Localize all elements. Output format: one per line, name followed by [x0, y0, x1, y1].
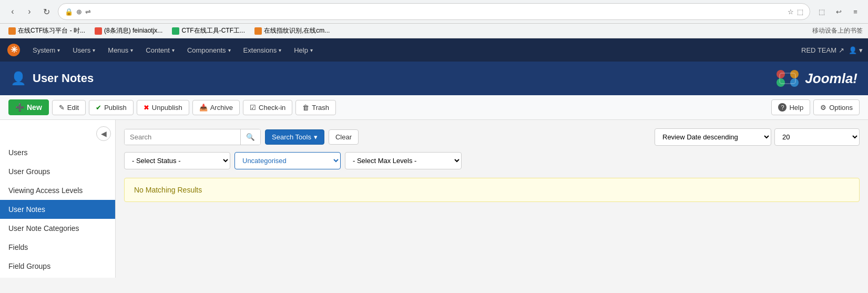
help-button[interactable]: ? Help: [771, 99, 810, 115]
options-button[interactable]: ⚙ Options: [813, 99, 860, 115]
bookmark-icon: [95, 27, 102, 35]
sidebar-item-user-notes[interactable]: User Notes: [0, 200, 115, 219]
bookmark-label: 在线指纹识别,在线cm...: [264, 26, 330, 35]
nav-extensions[interactable]: Extensions ▾: [237, 38, 288, 62]
bookmark-ctf-platform[interactable]: 在线CTF练习平台 - 时...: [5, 25, 88, 36]
search-icon: 🔍: [246, 133, 255, 141]
checkin-button[interactable]: ☑ Check-in: [243, 100, 292, 115]
svg-point-4: [777, 78, 785, 87]
sidebar-item-user-groups[interactable]: User Groups: [0, 162, 115, 181]
toolbar: ➕ New ✎ Edit ✔ Publish ✖ Unpublish 📥 Arc…: [0, 95, 868, 120]
page-title: User Notes: [33, 72, 94, 85]
new-label: New: [27, 103, 42, 112]
help-icon: ?: [778, 103, 787, 112]
nav-extensions-label: Extensions: [243, 46, 277, 54]
edit-button[interactable]: ✎ Edit: [52, 100, 86, 115]
sidebar: ◀ Users User Groups Viewing Access Level…: [0, 120, 116, 278]
address-bar: 🔒 ⊕ ⇌ lawd19-b22.aqlab.cn/administrator/…: [58, 3, 810, 20]
search-submit-button[interactable]: 🔍: [240, 129, 260, 145]
nav-users-arrow: ▾: [93, 47, 95, 53]
bookmark-icon: [254, 27, 262, 35]
nav-team-label: RED TEAM: [801, 46, 836, 54]
screenshot-icon[interactable]: ⬚: [797, 8, 803, 16]
toolbar-right: ? Help ⚙ Options: [771, 99, 860, 115]
search-tools-button[interactable]: Search Tools ▾: [265, 129, 324, 145]
nav-system[interactable]: System ▾: [26, 38, 66, 62]
sidebar-item-fields[interactable]: Fields: [0, 238, 115, 257]
bookmark-fingerprint[interactable]: 在线指纹识别,在线cm...: [251, 25, 333, 36]
search-input-wrap: 🔍: [124, 129, 261, 145]
svg-point-5: [790, 78, 799, 87]
browser-chrome: ‹ › ↻ 🔒 ⊕ ⇌ lawd19-b22.aqlab.cn/administ…: [0, 0, 868, 24]
domain-icon: ⊕: [76, 8, 82, 16]
new-button[interactable]: ➕ New: [8, 99, 49, 115]
search-row: 🔍 Search Tools ▾ Clear Review Date desce…: [124, 128, 860, 146]
sidebar-item-users[interactable]: Users: [0, 143, 115, 162]
sidebar-user-note-categories-label: User Note Categories: [8, 224, 79, 233]
bookmark-feiniao[interactable]: (8条消息) feiniaotjx...: [91, 25, 166, 36]
clear-button[interactable]: Clear: [329, 129, 359, 145]
mobile-bookmarks-label: 移动设备上的书签: [812, 27, 863, 34]
browser-action-buttons: ⬚ ↩ ≡: [814, 4, 863, 19]
unpublish-button[interactable]: ✖ Unpublish: [137, 100, 189, 115]
profile-button[interactable]: ↩: [831, 4, 846, 19]
security-icon: 🔒: [65, 8, 73, 16]
search-tools-arrow-icon: ▾: [314, 133, 318, 141]
extensions-button[interactable]: ⬚: [814, 4, 829, 19]
page-icon: 👤: [11, 71, 26, 86]
nav-components[interactable]: Components ▾: [181, 38, 237, 62]
checkin-label: Check-in: [259, 104, 285, 112]
nav-system-arrow: ▾: [57, 47, 60, 53]
sort-select[interactable]: Review Date descending: [655, 129, 771, 145]
nav-users[interactable]: Users ▾: [66, 38, 101, 62]
sidebar-field-groups-label: Field Groups: [8, 262, 50, 270]
sidebar-collapse-button[interactable]: ◀: [96, 126, 111, 141]
reload-button[interactable]: ↻: [39, 4, 54, 19]
status-filter-wrap: - Select Status -: [124, 152, 230, 169]
nav-menus[interactable]: Menus ▾: [101, 38, 139, 62]
nav-content-arrow: ▾: [172, 47, 175, 53]
forward-button[interactable]: ›: [22, 4, 37, 19]
joomla-brand-label: Joomla!: [805, 70, 857, 87]
sidebar-users-label: Users: [8, 148, 28, 157]
sidebar-item-viewing-access-levels[interactable]: Viewing Access Levels: [0, 181, 115, 200]
count-select[interactable]: 20: [775, 129, 859, 145]
publish-label: Publish: [104, 104, 127, 112]
url-input[interactable]: lawd19-b22.aqlab.cn/administrator/index.…: [94, 8, 784, 16]
max-levels-select[interactable]: - Select Max Levels -: [345, 153, 461, 169]
sort-controls: Review Date descending 20: [655, 128, 860, 146]
nav-content[interactable]: Content ▾: [139, 38, 181, 62]
sidebar-item-user-note-categories[interactable]: User Note Categories: [0, 219, 115, 238]
joomla-nav-logo: ✳: [5, 42, 22, 58]
nav-menus-arrow: ▾: [130, 47, 133, 53]
back-button[interactable]: ‹: [5, 4, 20, 19]
mobile-bookmarks: 移动设备上的书签: [812, 26, 863, 35]
bookmark-star-icon[interactable]: ☆: [788, 8, 794, 16]
nav-team[interactable]: RED TEAM ↗: [801, 46, 844, 54]
trash-button[interactable]: 🗑 Trash: [295, 100, 336, 115]
unpublish-icon: ✖: [144, 104, 149, 112]
nav-components-label: Components: [187, 46, 226, 54]
publish-button[interactable]: ✔ Publish: [89, 100, 134, 115]
nav-users-label: Users: [73, 46, 90, 54]
max-levels-filter-wrap: - Select Max Levels -: [345, 152, 462, 169]
menu-button[interactable]: ≡: [848, 4, 863, 19]
trash-label: Trash: [312, 104, 329, 112]
archive-button[interactable]: 📥 Archive: [192, 100, 240, 115]
category-select[interactable]: Uncategorised: [235, 153, 340, 169]
search-input[interactable]: [125, 129, 240, 145]
svg-point-3: [790, 70, 799, 78]
sidebar-user-notes-label: User Notes: [8, 205, 45, 214]
status-select[interactable]: - Select Status -: [125, 153, 230, 169]
page-header-right: Joomla!: [774, 68, 857, 89]
search-tools-label: Search Tools: [272, 133, 311, 141]
bookmark-ctf-tools[interactable]: CTF在线工具-CTF工...: [169, 25, 248, 36]
nav-help[interactable]: Help ▾: [288, 38, 319, 62]
nav-user-icon[interactable]: 👤 ▾: [849, 46, 863, 54]
nav-help-arrow: ▾: [310, 47, 313, 53]
svg-text:✳: ✳: [11, 45, 18, 54]
sidebar-item-field-groups[interactable]: Field Groups: [0, 257, 115, 276]
bookmark-label: CTF在线工具-CTF工...: [181, 26, 245, 35]
archive-label: Archive: [210, 104, 233, 112]
bookmarks-bar: 在线CTF练习平台 - 时... (8条消息) feiniaotjx... CT…: [0, 24, 868, 38]
